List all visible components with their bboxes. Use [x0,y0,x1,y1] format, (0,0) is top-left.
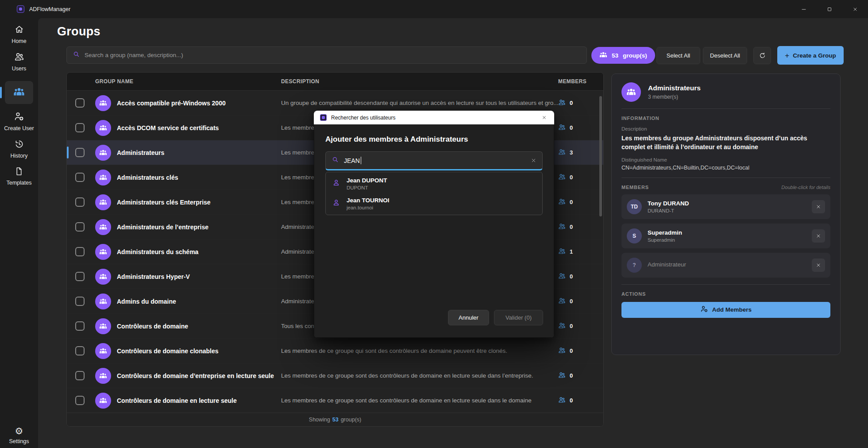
close-button[interactable] [842,0,868,18]
sidebar-item-settings[interactable]: ⚙ Settings [1,426,37,444]
member-name: Administrateur [648,261,686,268]
members-list: TD Tony DURAND DURAND-T S Superadmin Sup… [621,194,830,278]
sidebar-item-home[interactable]: Home [1,24,37,44]
members-count: 0 [570,199,573,205]
members-count: 0 [570,372,573,379]
page-title: Groups [57,25,100,39]
groups-icon [13,86,25,99]
group-description: Un groupe de compatibilité descendante q… [281,100,558,106]
dn-label: Distinguished Name [621,157,830,162]
group-name: Administrateurs [117,149,164,156]
member-card[interactable]: ? Administrateur [621,253,830,278]
group-search-input[interactable] [85,52,581,58]
row-checkbox[interactable] [75,396,85,405]
window-controls [791,0,868,18]
user-result[interactable]: Jean TOURNOI jean.tournoi [326,193,542,213]
group-members: 0 [558,198,603,207]
group-icon [95,219,111,235]
group-name: Accès compatible pré-Windows 2000 [117,100,226,107]
create-group-button[interactable]: + Create a Group [777,46,844,65]
remove-member-button[interactable] [812,229,825,243]
gear-icon: ⚙ [15,426,23,436]
actions-header: ACTIONS [621,291,830,297]
group-members: 0 [558,223,603,232]
row-checkbox[interactable] [75,272,85,281]
row-checkbox[interactable] [75,346,85,355]
clear-search-icon[interactable] [531,158,536,163]
cancel-button[interactable]: Annuler [448,310,489,325]
members-icon [558,396,566,405]
sidebar-item-users[interactable]: Users [1,52,37,72]
table-row[interactable]: Contrôleurs de domaine clonables Les mem… [67,339,603,363]
sidebar-item-history[interactable]: History [1,139,37,159]
person-icon [332,198,340,209]
group-members: 0 [558,99,603,108]
group-members: 0 [558,173,603,182]
sidebar-item-create-user[interactable]: Create User [1,111,37,131]
information-header: INFORMATION [621,116,830,121]
group-name: Administrateurs Hyper-V [117,273,190,280]
refresh-button[interactable] [753,47,771,64]
members-icon [558,198,566,207]
row-checkbox[interactable] [75,297,85,306]
divider [621,178,830,178]
user-search-field[interactable]: JEAN [325,151,543,170]
select-all-button[interactable]: Select All [656,47,700,64]
row-checkbox[interactable] [75,247,85,256]
home-icon [14,24,24,36]
group-members: 0 [558,272,603,281]
person-icon [332,178,340,189]
members-icon [558,173,566,182]
row-checkbox[interactable] [75,98,85,108]
group-icon [95,343,111,359]
row-checkbox[interactable] [75,197,85,207]
user-result[interactable]: Jean DUPONT DUPONT [326,174,542,193]
members-count: 1 [570,248,573,255]
group-detail-panel: Administrateurs 3 member(s) INFORMATION … [611,73,841,355]
members-count: 0 [570,348,573,354]
table-row[interactable]: Contrôleurs de domaine en lecture seule … [67,388,603,413]
members-icon [558,99,566,108]
group-members: 3 [558,148,603,157]
remove-member-button[interactable] [812,200,825,213]
divider [621,108,830,109]
group-name: Accès DCOM service de certificats [117,124,219,131]
sidebar-item-groups[interactable] [5,81,33,104]
group-icon [95,95,111,111]
members-icon [558,247,566,256]
dialog-close-icon[interactable] [534,111,554,124]
members-icon [558,124,566,132]
members-hint: Double-click for details [781,185,830,190]
confirm-button[interactable]: Valider (0) [494,310,543,325]
row-checkbox[interactable] [75,123,85,132]
group-name: Contrôleurs de domaine en lecture seule [117,397,237,404]
member-card[interactable]: S Superadmin Superadmin [621,224,830,248]
row-checkbox[interactable] [75,321,85,331]
col-members: MEMBERS [558,78,603,85]
member-avatar: S [627,228,642,243]
table-scrollbar[interactable] [599,96,602,216]
members-count: 0 [570,298,573,305]
member-card[interactable]: TD Tony DURAND DURAND-T [621,194,830,219]
row-checkbox[interactable] [75,371,85,380]
add-members-button[interactable]: Add Members [621,302,830,318]
remove-member-button[interactable] [812,259,825,272]
sidebar-item-templates[interactable]: Templates [1,166,37,186]
minimize-button[interactable] [791,0,817,18]
group-name: Contrôleurs de domaine d’entreprise en l… [117,372,274,379]
col-description: DESCRIPTION [281,78,558,85]
members-icon [558,223,566,232]
plus-icon: + [785,52,789,59]
row-checkbox[interactable] [75,148,85,157]
maximize-button[interactable] [817,0,842,18]
group-members: 0 [558,371,603,380]
group-description: Les membres de ce groupe sont des contrô… [281,397,558,404]
dialog-titlebar: Rechercher des utilisateurs [314,111,554,124]
row-checkbox[interactable] [75,222,85,232]
member-subtitle: Superadmin [648,237,682,243]
group-icon [95,269,111,285]
deselect-all-button[interactable]: Deselect All [703,47,747,64]
user-result-login: DUPONT [347,185,387,190]
row-checkbox[interactable] [75,173,85,182]
table-row[interactable]: Contrôleurs de domaine d’entreprise en l… [67,363,603,388]
